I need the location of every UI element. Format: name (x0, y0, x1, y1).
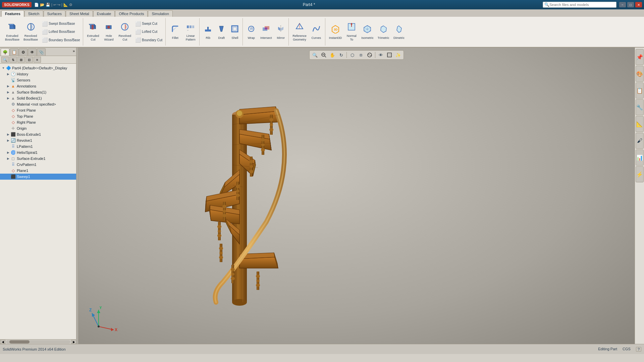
tree-item-helix-spiral1[interactable]: ▶ 🌀 Helix/Spiral1 (0, 149, 76, 156)
sketch-display-btn[interactable] (385, 51, 393, 59)
svg-text:3D: 3D (334, 28, 338, 31)
tree-item-sweep1[interactable]: ▶ ⬛ Sweep1 (0, 174, 76, 180)
lofted-cut-button[interactable]: ⬜ Lofted Cut (133, 28, 164, 36)
view-section-btn[interactable]: ⬡ (348, 51, 356, 59)
swept-boss-button[interactable]: ⬜ Swept Boss/Base (40, 20, 82, 27)
crvpattern1-label: CrvPattern1 (17, 163, 37, 167)
fm-tab-properties[interactable]: 📋 (10, 48, 18, 56)
tree-item-surface-bodies[interactable]: ▶ ▲ Surface Bodies(1) (0, 89, 76, 95)
right-plane-label: Right Plane (17, 120, 36, 124)
tree-item-revolve1[interactable]: ▶ 🔄 Revolve1 (0, 137, 76, 143)
view-appearance-btn[interactable] (366, 51, 374, 59)
zoom-out-btn[interactable] (320, 51, 328, 59)
trimetric-button[interactable]: Trimetric (376, 20, 391, 44)
viewport[interactable]: 🔍 ✋ ↻ ⬡ ⧈ 👁 ✨ (78, 48, 635, 344)
isometric-button[interactable]: Isometric (360, 20, 375, 44)
scroll-left-btn[interactable]: ◀ (0, 340, 5, 344)
tab-office-products[interactable]: Office Products (115, 10, 148, 17)
rp-btn-3[interactable]: 📋 (636, 82, 644, 99)
tree-item-front-plane[interactable]: ▶ ◇ Front Plane (0, 107, 76, 113)
wrap-button[interactable]: W Wrap (245, 20, 258, 44)
scroll-right-btn[interactable]: ▶ (71, 340, 76, 344)
view-display-btn[interactable]: ⧈ (357, 51, 365, 59)
revolved-cut-button[interactable]: RevolvedCut (117, 20, 133, 44)
rp-btn-7[interactable]: 📊 (636, 149, 644, 166)
dimetric-button[interactable]: Dimetric (391, 20, 406, 44)
tree-item-plane1[interactable]: ▶ ◇ Plane1 (0, 168, 76, 174)
rp-btn-1[interactable]: 📌 (636, 49, 644, 65)
boundary-boss-button[interactable]: ⬜ Boundary Boss/Base (40, 36, 82, 44)
filter-btn[interactable]: 🔍 (1, 57, 9, 63)
feature-tree[interactable]: ▼ 🔷 Part4 (Default<<Default>_Display ▶ 🕐… (0, 64, 76, 339)
tree-item-crvpattern1[interactable]: ▶ ⠿ CrvPattern1 (0, 162, 76, 168)
tree-item-lpattern1[interactable]: ▶ ⠿ LPattern1 (0, 143, 76, 149)
lofted-boss-button[interactable]: ⬜ Lofted Boss/Base (40, 28, 82, 36)
mirror-button[interactable]: Mirror (274, 20, 287, 44)
search-bar[interactable]: 🔍 (543, 2, 616, 8)
fm-tab-custom[interactable]: 📎 (37, 48, 46, 56)
close-button[interactable]: ✕ (635, 2, 642, 7)
tab-sheet-metal[interactable]: Sheet Metal (66, 10, 93, 17)
help-icon[interactable]: ? (636, 347, 641, 352)
tab-evaluate[interactable]: Evaluate (93, 10, 115, 17)
tree-item-sensors[interactable]: ▶ 📡 Sensors (0, 77, 76, 83)
render-btn[interactable]: ✨ (394, 51, 402, 59)
normal-to-button[interactable]: NormalTo (344, 20, 359, 44)
reference-geometry-button[interactable]: ReferenceGeometry (291, 20, 308, 44)
pan-btn[interactable]: ✋ (328, 51, 336, 59)
svg-point-73 (217, 225, 221, 228)
fm-tab-config[interactable]: ⚙ (19, 48, 28, 56)
tab-simulation[interactable]: Simulation (148, 10, 172, 17)
tree-item-surface-extrude1[interactable]: ▶ ◻ Surface-Extrude1 (0, 156, 76, 162)
svg-point-89 (237, 111, 242, 116)
tree-item-material[interactable]: ▶ ⚙ Material <not specified> (0, 101, 76, 107)
tree-item-boss-extrude1[interactable]: ▶ ⬛ Boss-Extrude1 (0, 131, 76, 137)
intersect-button[interactable]: Intersect (258, 20, 274, 44)
fm-expand-btn[interactable]: » (72, 48, 75, 56)
hole-wizard-button[interactable]: HoleWizard (101, 20, 116, 44)
minimize-button[interactable]: − (619, 2, 626, 7)
hide-show-btn[interactable]: 👁 (377, 51, 385, 59)
tree-item-right-plane[interactable]: ▶ ◇ Right Plane (0, 119, 76, 125)
left-scrollbar[interactable]: ◀ ▶ (0, 339, 76, 344)
rotate-btn[interactable]: ↻ (337, 51, 345, 59)
swept-cut-button[interactable]: ⬜ Swept Cut (133, 20, 164, 27)
rib-button[interactable]: Rib (202, 20, 214, 44)
collapse-all-btn[interactable]: ⊟ (25, 57, 33, 63)
instant3d-button[interactable]: 3D Instant3D (327, 20, 344, 44)
restore-button[interactable]: □ (627, 2, 634, 7)
rp-btn-2[interactable]: 🎨 (636, 66, 644, 82)
tab-features[interactable]: Features (1, 10, 24, 17)
tab-surfaces[interactable]: Surfaces (44, 10, 65, 17)
rp-btn-5[interactable]: 📐 (636, 116, 644, 132)
extruded-boss-button[interactable]: ExtrudedBoss/Base (3, 20, 21, 44)
fillet-button[interactable]: Fillet (168, 20, 182, 44)
rp-btn-8[interactable]: ⚡ (636, 166, 644, 182)
scrollbar-thumb[interactable] (9, 340, 30, 344)
options-btn[interactable]: ≡ (34, 57, 41, 63)
tree-item-annotations[interactable]: ▶ ▲ Annotations (0, 83, 76, 89)
linear-pattern-button[interactable]: ↔ LinearPattern (183, 20, 198, 44)
shell-button[interactable]: Shell (228, 20, 241, 44)
fm-tab-display[interactable]: 👁 (28, 48, 37, 56)
tree-item-history[interactable]: ▶ 🕐 History (0, 71, 76, 77)
tree-item-top-plane[interactable]: ▶ ◇ Top Plane (0, 113, 76, 119)
rp-btn-6[interactable]: 🖌 (636, 133, 644, 149)
search-input[interactable] (549, 3, 610, 7)
tree-item-origin[interactable]: ▶ ✛ Origin (0, 125, 76, 131)
sensors-icon: 📡 (10, 77, 16, 83)
sort-btn[interactable]: ⇅ (9, 57, 17, 63)
revolved-boss-button[interactable]: RevolvedBoss/Base (22, 20, 40, 44)
tree-root[interactable]: ▼ 🔷 Part4 (Default<<Default>_Display (0, 65, 76, 71)
curves-button[interactable]: Curves (309, 20, 324, 44)
fm-tab-tree[interactable]: 🌳 (1, 48, 9, 56)
zoom-in-btn[interactable]: 🔍 (311, 51, 319, 59)
expand-all-btn[interactable]: ⊞ (17, 57, 25, 63)
extruded-cut-button[interactable]: ExtrudedCut (85, 20, 101, 44)
scrollbar-track[interactable] (6, 340, 70, 344)
boundary-cut-button[interactable]: ⬜ Boundary Cut (133, 36, 164, 44)
tab-sketch[interactable]: Sketch (24, 10, 43, 17)
draft-button[interactable]: Draft (215, 20, 228, 44)
rp-btn-4[interactable]: 🔧 (636, 99, 644, 115)
tree-item-solid-bodies[interactable]: ▶ ▲ Solid Bodies(1) (0, 95, 76, 101)
